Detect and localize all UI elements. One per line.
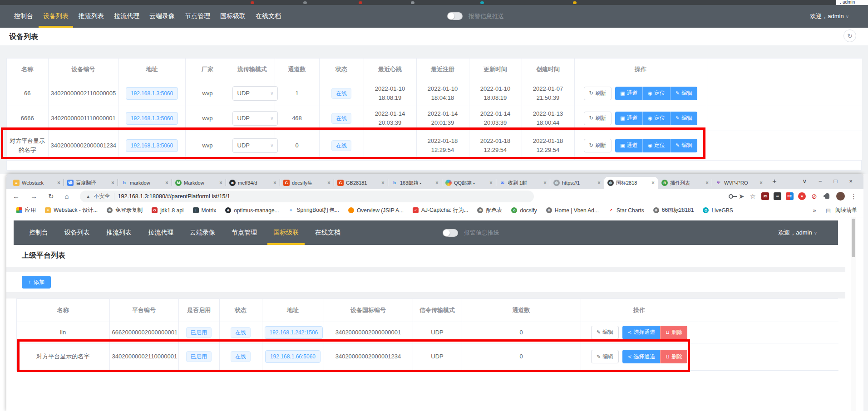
browser-tab[interactable]: MMarkdow×	[172, 177, 226, 189]
bookmark-item[interactable]: Overview (JSIP A...	[348, 207, 404, 214]
nav-tab-3[interactable]: 推流列表	[100, 220, 138, 245]
bookmark-item[interactable]: 应用	[16, 206, 36, 214]
user-menu[interactable]: 欢迎，admin∨	[778, 220, 817, 245]
browser-tab[interactable]: Cdocsify生×	[280, 177, 334, 189]
refresh-device-button[interactable]: ↻刷新	[584, 87, 612, 100]
nav-tab-2[interactable]: 设备列表	[58, 220, 96, 245]
close-tab-icon[interactable]: ×	[111, 180, 114, 186]
browser-tab[interactable]: ✉收到 1封×	[496, 177, 550, 189]
browser-tab[interactable]: b163邮箱 -×	[388, 177, 442, 189]
nav-tab-6[interactable]: 节点管理	[180, 5, 215, 28]
nav-tab-4[interactable]: 拉流代理	[109, 5, 144, 28]
close-tab-icon[interactable]: ×	[435, 180, 439, 186]
nav-tab-7[interactable]: 国标级联	[215, 5, 251, 28]
tab-search-icon[interactable]: ∨	[802, 178, 807, 185]
select-channel-button[interactable]: ≺选择通道	[622, 326, 660, 339]
locate-button[interactable]: ◉定位	[642, 87, 670, 100]
alarm-push-toggle[interactable]	[443, 229, 458, 237]
bookmark-item[interactable]: ✓AJ-Captcha: 行为...	[413, 206, 468, 214]
address-bar[interactable]: ▲ 不安全 192.168.1.3:18080/#/parentPlatform…	[80, 191, 534, 202]
close-tab-icon[interactable]: ×	[327, 180, 330, 186]
refresh-device-button[interactable]: ↻刷新	[584, 139, 612, 152]
bookmark-item[interactable]: ↗Star Charts	[608, 207, 644, 214]
nav-tab-1[interactable]: 控制台	[23, 220, 54, 245]
stream-mode-select[interactable]: UDP∨	[232, 138, 278, 153]
address-button[interactable]: 192.168.1.3:5060	[126, 112, 178, 125]
browser-tab[interactable]: ☻meff34/d×	[226, 177, 280, 189]
nav-tab-8[interactable]: 在线文档	[251, 5, 286, 28]
bookmarks-overflow-icon[interactable]: »	[813, 207, 816, 214]
channels-button[interactable]: ▣通道	[615, 87, 642, 100]
page-scrollbar[interactable]	[851, 217, 856, 411]
browser-tab[interactable]: ΨWVP-PRO×	[712, 177, 766, 189]
nav-tab-4[interactable]: 拉流代理	[142, 220, 180, 245]
bookmark-item[interactable]: Ojdk1.8 api	[152, 207, 183, 214]
address-button[interactable]: 192.168.1.66:5060	[265, 350, 321, 363]
forward-button[interactable]: →	[30, 192, 37, 200]
stream-mode-select[interactable]: UDP∨	[232, 86, 278, 101]
delete-platform-button[interactable]: ⊔删除	[660, 350, 687, 363]
maximize-button[interactable]: □	[834, 178, 838, 185]
close-tab-icon[interactable]: ×	[543, 180, 547, 186]
close-tab-icon[interactable]: ×	[760, 180, 763, 186]
close-tab-icon[interactable]: ×	[597, 180, 601, 186]
bookmark-item[interactable]: ⊕Home | Vben Ad...	[546, 207, 599, 214]
locate-button[interactable]: ◉定位	[642, 139, 670, 152]
robot-extension-icon[interactable]: ∞	[774, 192, 781, 200]
channels-button[interactable]: ▣通道	[615, 112, 642, 125]
browser-tab[interactable]: 译百度翻译×	[64, 177, 118, 189]
close-tab-icon[interactable]: ×	[489, 180, 493, 186]
minimize-button[interactable]: −	[819, 178, 822, 185]
address-button[interactable]: 192.168.1.3:5060	[126, 87, 178, 100]
bookmark-item[interactable]: ☻optimus-manage...	[225, 207, 279, 214]
nav-tab-1[interactable]: 控制台	[9, 5, 38, 28]
browser-tab[interactable]: CGB28181×	[334, 177, 388, 189]
bookmark-item[interactable]: ödocsify	[511, 207, 537, 214]
browser-tab[interactable]: QQ邮箱 -×	[442, 177, 496, 189]
profile-avatar[interactable]	[836, 192, 845, 201]
edit-platform-button[interactable]: ✎编辑	[591, 350, 619, 363]
home-button[interactable]: ⌂	[65, 192, 69, 200]
reading-list-label[interactable]: 阅读清单	[835, 206, 857, 214]
close-tab-icon[interactable]: ×	[381, 180, 385, 186]
close-tab-icon[interactable]: ×	[651, 180, 655, 186]
bookmark-item[interactable]: ✳SpringBoot打包...	[288, 206, 339, 214]
bookmark-item[interactable]: QLiveGBS	[703, 207, 733, 214]
fe-extension-icon[interactable]: FE	[786, 192, 794, 200]
close-tab-icon[interactable]: ×	[705, 180, 709, 186]
close-tab-icon[interactable]: ×	[165, 180, 168, 186]
browser-tab[interactable]: ö插件列表×	[658, 177, 712, 189]
browser-tab[interactable]: ⊕https://1×	[550, 177, 604, 189]
nav-tab-6[interactable]: 节点管理	[225, 220, 263, 245]
back-button[interactable]: ←	[13, 192, 20, 200]
nav-tab-8[interactable]: 在线文档	[309, 220, 347, 245]
browser-tab[interactable]: bmarkdow×	[118, 177, 172, 189]
nav-tab-3[interactable]: 推流列表	[74, 5, 109, 28]
delete-platform-button[interactable]: ⊔删除	[660, 326, 687, 339]
extensions-puzzle-icon[interactable]	[825, 194, 829, 199]
locate-button[interactable]: ◉定位	[642, 112, 670, 125]
bookmark-item[interactable]: ≡Webstack - 设计...	[45, 206, 98, 214]
address-button[interactable]: 192.168.1.3:5060	[126, 139, 178, 152]
alarm-push-toggle[interactable]	[447, 12, 463, 20]
bookmark-star-icon[interactable]: ☆	[750, 192, 756, 201]
new-tab-button[interactable]: +	[769, 176, 780, 187]
browser-menu-icon[interactable]: ⋮	[850, 192, 857, 201]
add-platform-button[interactable]: +添加	[22, 276, 51, 289]
send-to-device-icon[interactable]: ➤	[739, 192, 745, 201]
nav-tab-5[interactable]: 云端录像	[183, 220, 222, 245]
refresh-page-button[interactable]: ↻	[843, 29, 856, 42]
refresh-device-button[interactable]: ↻刷新	[584, 112, 612, 125]
user-menu[interactable]: 欢迎，admin∨	[810, 5, 849, 28]
close-tab-icon[interactable]: ×	[57, 180, 60, 186]
nav-tab-2[interactable]: 设备列表	[38, 5, 74, 28]
camera-block-extension-icon[interactable]: ⊘	[810, 192, 818, 200]
edit-device-button[interactable]: ✎编辑	[670, 112, 697, 125]
js-extension-icon[interactable]: JS	[761, 192, 769, 200]
bookmark-item[interactable]: ↓Motrix	[193, 207, 217, 214]
channels-button[interactable]: ▣通道	[615, 139, 642, 152]
password-key-icon[interactable]	[729, 194, 733, 199]
edit-device-button[interactable]: ✎编辑	[670, 87, 697, 100]
select-channel-button[interactable]: ≺选择通道	[622, 350, 660, 363]
nav-tab-5[interactable]: 云端录像	[144, 5, 180, 28]
